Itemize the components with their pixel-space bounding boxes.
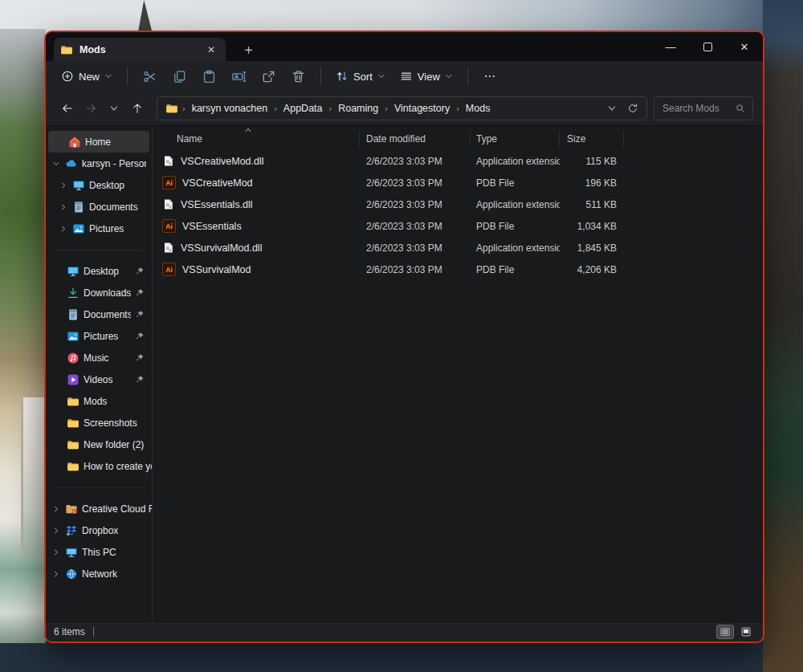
cut-button[interactable]: [135, 64, 165, 88]
file-type: PDB File: [471, 221, 560, 232]
large-icons-view-icon: [740, 626, 752, 637]
breadcrumb-item[interactable]: AppData: [281, 101, 325, 116]
file-name: VSCreativeMod: [182, 177, 253, 189]
refresh-button[interactable]: [622, 98, 643, 119]
tab-close-icon[interactable]: ✕: [203, 44, 219, 55]
table-row[interactable]: VSEssentials.dll 2/6/2023 3:03 PM Applic…: [153, 193, 763, 215]
sidebar-item-downloads[interactable]: Downloads: [48, 282, 149, 303]
breadcrumb-item[interactable]: Mods: [463, 101, 493, 116]
table-row[interactable]: VSSurvivalMod.dll 2/6/2023 3:03 PM Appli…: [153, 237, 763, 259]
sidebar-item-network[interactable]: Network: [48, 563, 149, 584]
breadcrumb-item[interactable]: karsyn vonachen: [190, 101, 271, 116]
share-button[interactable]: [254, 64, 283, 88]
file-explorer-window: Mods ✕ ＋ — ✕ New Sort View: [44, 31, 764, 643]
view-button[interactable]: View: [393, 66, 460, 87]
folder-icon: [67, 438, 79, 451]
breadcrumb-item[interactable]: Roaming: [336, 101, 381, 116]
paste-button[interactable]: [194, 64, 224, 88]
sidebar-item-this-pc[interactable]: This PC: [48, 541, 149, 563]
file-name: VSCreativeMod.dll: [181, 156, 264, 167]
sidebar-item-new-folder-2[interactable]: New folder (2): [48, 434, 149, 455]
chevron-right-icon[interactable]: [51, 527, 61, 535]
window-controls: — ✕: [652, 32, 763, 61]
search-input[interactable]: [661, 102, 732, 115]
this-pc-icon: [65, 546, 78, 559]
pin-icon: [135, 267, 146, 276]
close-button[interactable]: ✕: [726, 32, 763, 61]
sidebar-item-music[interactable]: Music: [48, 347, 149, 369]
copy-button[interactable]: [165, 64, 194, 88]
sidebar-item-desktop-pinned[interactable]: Desktop: [48, 260, 149, 282]
tab-title: Mods: [79, 44, 197, 55]
chevron-down-icon: [109, 104, 119, 113]
chevron-right-icon[interactable]: [59, 181, 68, 189]
breadcrumb[interactable]: › karsyn vonachen › AppData › Roaming › …: [157, 96, 647, 120]
new-button[interactable]: New: [54, 66, 120, 87]
chevron-right-icon[interactable]: [59, 225, 68, 233]
chevron-right-icon[interactable]: [59, 203, 68, 211]
tab-mods[interactable]: Mods ✕: [54, 38, 226, 61]
sidebar-item-how-to-create-your[interactable]: How to create your: [48, 455, 149, 477]
ai-icon: Ai: [162, 263, 176, 276]
delete-button[interactable]: [283, 64, 313, 88]
details-view-button[interactable]: [716, 625, 734, 639]
sort-button[interactable]: Sort: [328, 66, 393, 87]
maximize-button[interactable]: [689, 32, 726, 61]
sidebar-item-home[interactable]: Home: [48, 131, 149, 153]
sidebar-item-mods[interactable]: Mods: [48, 390, 149, 412]
minimize-button[interactable]: —: [652, 32, 689, 61]
address-bar: › karsyn vonachen › AppData › Roaming › …: [46, 92, 763, 126]
file-type: Application extension: [471, 242, 560, 254]
sidebar-item-creative-cloud-files[interactable]: Creative Cloud Files: [48, 498, 149, 519]
table-row[interactable]: AiVSEssentials 2/6/2023 3:03 PM PDB File…: [153, 215, 763, 237]
sidebar-item-pictures[interactable]: Pictures: [48, 325, 149, 347]
sidebar-item-onedrive-documents[interactable]: Documents: [48, 196, 149, 218]
file-name: VSSurvivalMod: [182, 264, 251, 275]
sidebar-item-dropbox[interactable]: Dropbox: [48, 519, 149, 541]
chevron-right-icon[interactable]: [51, 570, 61, 578]
column-header-name[interactable]: Name: [153, 131, 360, 147]
refresh-icon: [627, 103, 638, 114]
column-header-date-modified[interactable]: Date modified: [360, 131, 471, 147]
sidebar-item-label: Network: [82, 568, 146, 580]
table-row[interactable]: AiVSSurvivalMod 2/6/2023 3:03 PM PDB Fil…: [153, 259, 763, 280]
sidebar-item-documents[interactable]: Documents: [48, 303, 149, 325]
sidebar-item-label: How to create your: [84, 461, 153, 472]
folder-icon: [67, 417, 79, 430]
large-icons-view-button[interactable]: [737, 625, 755, 639]
back-icon: [61, 102, 74, 115]
sidebar-item-onedrive-pictures[interactable]: Pictures: [48, 218, 149, 239]
chevron-right-icon[interactable]: [51, 548, 61, 556]
sidebar-item-screenshots[interactable]: Screenshots: [48, 412, 149, 434]
sort-icon: [336, 70, 349, 83]
sidebar-item-videos[interactable]: Videos: [48, 369, 149, 390]
folder-icon: [67, 460, 79, 473]
dropbox-icon: [65, 524, 78, 537]
chevron-right-icon[interactable]: [51, 505, 61, 513]
dll-icon: [162, 155, 174, 167]
breadcrumb-item[interactable]: Vintagestory: [392, 101, 452, 116]
see-more-button[interactable]: [475, 64, 505, 88]
pictures-icon: [72, 222, 85, 235]
forward-button[interactable]: [79, 96, 102, 120]
column-header-size[interactable]: Size: [560, 131, 624, 147]
chevron-down-icon[interactable]: [51, 160, 61, 168]
sidebar-item-label: Home: [85, 136, 146, 148]
back-button[interactable]: [55, 96, 79, 120]
table-row[interactable]: AiVSCreativeMod 2/6/2023 3:03 PM PDB Fil…: [153, 172, 763, 193]
column-header-type[interactable]: Type: [471, 131, 560, 147]
address-dropdown-button[interactable]: [601, 98, 622, 119]
file-date: 2/6/2023 3:03 PM: [360, 177, 471, 189]
rename-button[interactable]: [224, 64, 254, 88]
new-label: New: [79, 71, 100, 83]
sidebar-item-onedrive-desktop[interactable]: Desktop: [48, 174, 149, 196]
recent-locations-button[interactable]: [102, 96, 125, 120]
sidebar-item-label: Desktop: [84, 266, 131, 277]
new-tab-button[interactable]: ＋: [234, 38, 263, 61]
up-button[interactable]: [125, 96, 149, 120]
sidebar-item-onedrive-personal[interactable]: karsyn - Personal: [48, 153, 149, 174]
table-row[interactable]: VSCreativeMod.dll 2/6/2023 3:03 PM Appli…: [153, 150, 763, 172]
documents-icon: [72, 201, 85, 214]
details-view-icon: [719, 626, 731, 637]
pin-icon: [135, 353, 146, 363]
